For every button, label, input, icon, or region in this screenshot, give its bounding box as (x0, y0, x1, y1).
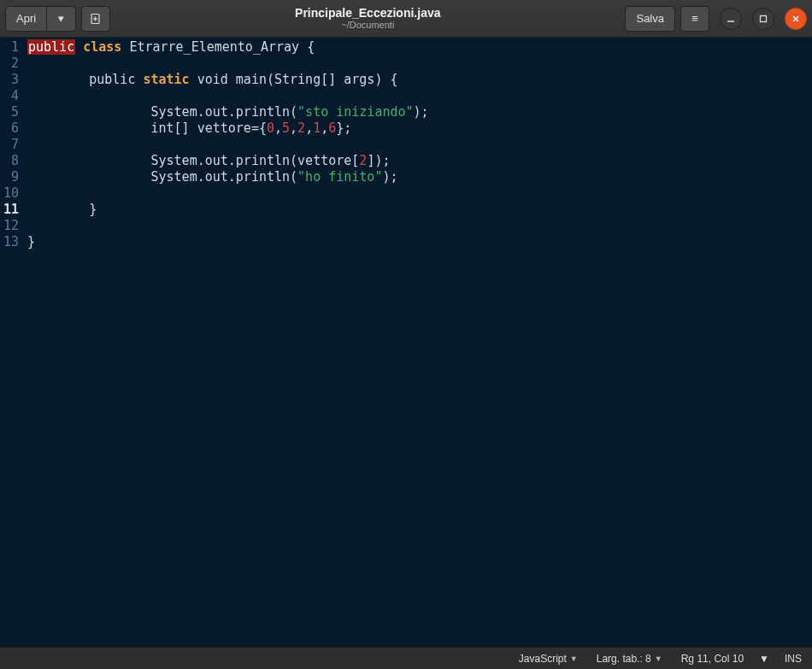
line-number-gutter: 12345678910111213 (0, 38, 24, 647)
language-selector[interactable]: JavaScript ▼ (515, 653, 581, 665)
editor[interactable]: 12345678910111213 public class Etrarre_E… (0, 38, 812, 647)
open-dropdown-button[interactable]: ▾ (47, 6, 76, 32)
headerbar: Apri ▾ Principale_Eccezioni.java ~/Docum… (0, 0, 812, 38)
chevron-down-icon: ▼ (655, 654, 662, 663)
code-line[interactable]: int[] vettore={0,5,2,1,6}; (27, 120, 812, 137)
code-line[interactable] (27, 56, 812, 72)
insert-mode[interactable]: INS (781, 653, 805, 665)
close-icon (791, 15, 800, 23)
window-subtitle: ~/Documenti (341, 20, 394, 30)
open-button-group: Apri ▾ (5, 6, 76, 32)
code-line[interactable] (27, 218, 812, 234)
line-number: 6 (0, 120, 19, 137)
hamburger-icon: ≡ (691, 12, 698, 25)
line-number: 7 (0, 137, 19, 153)
code-line[interactable] (27, 185, 812, 202)
open-button[interactable]: Apri (5, 6, 47, 32)
language-label: JavaScript (519, 653, 567, 665)
code-line[interactable]: } (27, 202, 812, 218)
close-button[interactable] (785, 8, 807, 30)
menu-button[interactable]: ≡ (680, 6, 709, 32)
code-line[interactable]: public static void main(String[] args) { (27, 72, 812, 88)
statusbar: JavaScript ▼ Larg. tab.: 8 ▼ Rg 11, Col … (0, 647, 812, 669)
minimize-button[interactable] (720, 8, 742, 30)
tab-width-label: Larg. tab.: 8 (597, 653, 651, 665)
new-tab-button[interactable] (81, 6, 110, 32)
maximize-icon (759, 15, 768, 23)
insert-mode-label: INS (785, 653, 802, 665)
code-line[interactable]: System.out.println("ho finito"); (27, 169, 812, 185)
code-line[interactable] (27, 137, 812, 153)
tab-width-selector[interactable]: Larg. tab.: 8 ▼ (593, 653, 666, 665)
line-number: 9 (0, 169, 19, 185)
chevron-down-icon: ▼ (759, 653, 769, 665)
cursor-position-label: Rg 11, Col 10 (681, 653, 744, 665)
chevron-down-icon: ▾ (58, 12, 64, 25)
line-number: 10 (0, 185, 19, 202)
cursor-position[interactable]: Rg 11, Col 10 (678, 653, 747, 665)
window-title: Principale_Eccezioni.java (295, 7, 440, 20)
line-number: 8 (0, 153, 19, 169)
new-document-icon (90, 13, 102, 25)
code-area[interactable]: public class Etrarre_Elemento_Array { pu… (24, 38, 812, 647)
code-line[interactable] (27, 88, 812, 104)
line-number: 2 (0, 56, 19, 72)
title-area: Principale_Eccezioni.java ~/Documenti (115, 7, 620, 30)
line-number: 11 (0, 202, 19, 218)
line-number: 4 (0, 88, 19, 104)
chevron-down-icon: ▼ (570, 654, 578, 663)
line-number: 5 (0, 104, 19, 120)
line-number: 1 (0, 39, 19, 56)
minimize-icon (727, 15, 735, 23)
save-button[interactable]: Salva (625, 6, 675, 32)
code-line[interactable]: System.out.println(vettore[2]); (27, 153, 812, 169)
line-number: 13 (0, 234, 19, 250)
svg-rect-4 (761, 15, 767, 21)
code-line[interactable]: System.out.println("sto iniziando"); (27, 104, 812, 120)
code-line[interactable]: } (27, 234, 812, 250)
line-number: 12 (0, 218, 19, 234)
maximize-button[interactable] (752, 8, 774, 30)
code-line[interactable]: public class Etrarre_Elemento_Array { (27, 39, 812, 56)
line-number: 3 (0, 72, 19, 88)
